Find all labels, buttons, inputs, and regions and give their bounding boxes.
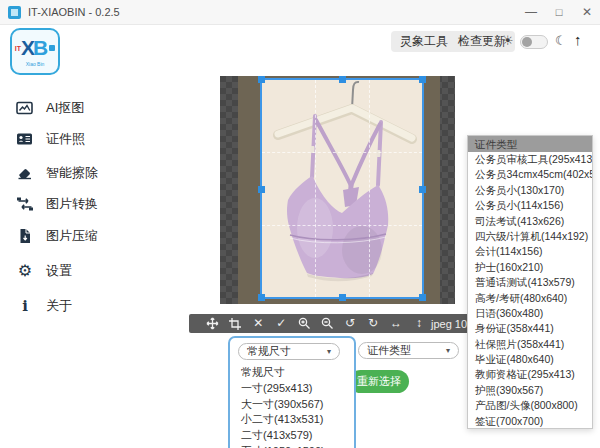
certificate-type-option[interactable]: 护照(390x567) bbox=[468, 383, 592, 398]
certificate-type-option[interactable]: 会计(114x156) bbox=[468, 244, 592, 259]
size-option-list: 常规尺寸一寸(295x413)大一寸(390x567)小二寸(413x531)二… bbox=[234, 365, 350, 448]
sidebar-item-label: 关于 bbox=[46, 297, 72, 315]
certificate-type-option[interactable]: 高考/考研(480x640) bbox=[468, 291, 592, 306]
info-icon: i bbox=[16, 298, 34, 314]
lingxiang-tools-button[interactable]: 灵象工具 bbox=[391, 31, 457, 52]
sidebar-item-id-photo[interactable]: 证件照 bbox=[16, 127, 146, 151]
certificate-type-panel: 证件类型 公务员审核工具(295x413)公务员34cmx45cm(402x53… bbox=[467, 135, 593, 429]
handle-right-mid[interactable] bbox=[419, 186, 426, 193]
close-button[interactable]: ✕ bbox=[578, 3, 596, 21]
sidebar-item-label: 智能擦除 bbox=[46, 164, 98, 182]
sidebar-item-smart-erase[interactable]: 智能擦除 bbox=[16, 161, 146, 185]
app-logo: IT X B Xiao Bin bbox=[10, 28, 60, 75]
toggle-knob[interactable] bbox=[522, 37, 532, 47]
certificate-type-option[interactable]: 产品图/头像(800x800) bbox=[468, 398, 592, 413]
certificate-type-option[interactable]: 护士(160x210) bbox=[468, 260, 592, 275]
certificate-type-header: 证件类型 bbox=[468, 136, 592, 152]
reselect-button[interactable]: 重新选择 bbox=[349, 370, 409, 393]
logo-square bbox=[49, 45, 55, 51]
handle-top-right[interactable] bbox=[419, 76, 426, 83]
minimize-button[interactable]: — bbox=[522, 3, 540, 21]
handle-top-left[interactable] bbox=[258, 76, 265, 83]
flip-vertical-icon[interactable]: ↕ bbox=[407, 314, 430, 333]
size-dropdown[interactable]: 常规尺寸 ▾ bbox=[238, 343, 340, 360]
theme-toggle[interactable] bbox=[520, 35, 548, 49]
id-card-icon bbox=[16, 131, 34, 147]
sidebar-item-label: AI抠图 bbox=[46, 99, 84, 117]
logo-b-text: B bbox=[33, 36, 48, 60]
sidebar-item-label: 设置 bbox=[46, 262, 72, 280]
crop-selection[interactable] bbox=[260, 78, 424, 299]
sidebar-item-settings[interactable]: ⚙ 设置 bbox=[16, 259, 146, 283]
handle-top-mid[interactable] bbox=[339, 76, 346, 83]
type-dropdown-value: 证件类型 bbox=[367, 343, 411, 358]
size-option[interactable]: 小二寸(413x531) bbox=[234, 412, 350, 428]
sidebar-item-about[interactable]: i 关于 bbox=[16, 294, 146, 318]
type-dropdown[interactable]: 证件类型 ▾ bbox=[358, 342, 459, 359]
certificate-type-option[interactable]: 司法考试(413x626) bbox=[468, 214, 592, 229]
compress-file-icon bbox=[16, 228, 34, 244]
certificate-type-list: 公务员审核工具(295x413)公务员34cmx45cm(402x531)公务员… bbox=[468, 152, 592, 429]
size-option[interactable]: 常规尺寸 bbox=[234, 365, 350, 381]
handle-bottom-right[interactable] bbox=[419, 294, 426, 301]
scroll-top-button[interactable]: ↑ bbox=[574, 31, 582, 48]
certificate-type-option[interactable]: 身份证(358x441) bbox=[468, 321, 592, 336]
format-quality-label[interactable]: jpeg 10 bbox=[430, 318, 467, 330]
move-icon[interactable] bbox=[201, 317, 224, 330]
size-select-panel: 常规尺寸 ▾ 常规尺寸一寸(295x413)大一寸(390x567)小二寸(41… bbox=[228, 336, 356, 448]
certificate-type-option[interactable]: 公务员34cmx45cm(402x531) bbox=[468, 167, 592, 182]
grid-line-horizontal bbox=[262, 152, 422, 153]
grid-line-vertical bbox=[369, 80, 370, 297]
size-option[interactable]: 二寸(413x579) bbox=[234, 428, 350, 444]
rotate-ccw-icon[interactable]: ↺ bbox=[339, 314, 362, 333]
logo-subtext: Xiao Bin bbox=[26, 61, 45, 67]
grid-line-vertical bbox=[315, 80, 316, 297]
certificate-type-option[interactable]: 签证(700x700) bbox=[468, 414, 592, 429]
size-option[interactable]: 一寸(295x413) bbox=[234, 381, 350, 397]
gear-icon: ⚙ bbox=[16, 263, 34, 279]
sidebar-item-label: 证件照 bbox=[46, 130, 85, 148]
crop-icon[interactable] bbox=[224, 318, 247, 330]
certificate-type-option[interactable]: 公务员小(114x156) bbox=[468, 198, 592, 213]
maximize-button[interactable]: □ bbox=[550, 3, 568, 21]
window-title: IT-XIAOBIN - 0.2.5 bbox=[28, 6, 120, 18]
sidebar-item-image-compress[interactable]: 图片压缩 bbox=[16, 224, 146, 248]
logo-x-text: X bbox=[21, 36, 33, 60]
certificate-type-option[interactable]: 毕业证(480x640) bbox=[468, 352, 592, 367]
app-icon bbox=[8, 6, 21, 19]
grid-line-horizontal bbox=[262, 225, 422, 226]
image-cutout-icon bbox=[16, 100, 34, 116]
certificate-type-option[interactable]: 日语(360x480) bbox=[468, 306, 592, 321]
confirm-icon[interactable]: ✓ bbox=[270, 314, 293, 333]
eraser-icon bbox=[16, 165, 34, 181]
sun-icon: ☀ bbox=[502, 33, 514, 48]
cancel-icon[interactable]: ✕ bbox=[247, 314, 270, 333]
title-bar: IT-XIAOBIN - 0.2.5 — □ ✕ bbox=[0, 0, 600, 25]
size-option[interactable]: 大一寸(390x567) bbox=[234, 397, 350, 413]
size-dropdown-value: 常规尺寸 bbox=[247, 344, 291, 359]
zoom-in-icon[interactable] bbox=[293, 317, 316, 330]
chevron-down-icon: ▾ bbox=[446, 346, 450, 355]
chevron-down-icon: ▾ bbox=[327, 347, 331, 356]
app-window: IT-XIAOBIN - 0.2.5 — □ ✕ IT X B Xiao Bin… bbox=[0, 0, 600, 448]
certificate-type-option[interactable]: 普通话测试(413x579) bbox=[468, 275, 592, 290]
sidebar-item-ai-cutout[interactable]: AI抠图 bbox=[16, 96, 146, 120]
sidebar-item-label: 图片转换 bbox=[46, 195, 98, 213]
certificate-type-option[interactable]: 四六级/计算机(144x192) bbox=[468, 229, 592, 244]
flip-horizontal-icon[interactable]: ↔ bbox=[385, 314, 408, 333]
certificate-type-option[interactable]: 公务员小(130x170) bbox=[468, 183, 592, 198]
zoom-out-icon[interactable] bbox=[316, 317, 339, 330]
crop-toolbar: ✕ ✓ ↺ ↻ ↔ ↕ jpeg 10 bbox=[189, 314, 479, 333]
sidebar-item-image-convert[interactable]: 图片转换 bbox=[16, 192, 146, 216]
moon-icon: ☾ bbox=[555, 33, 567, 48]
handle-left-mid[interactable] bbox=[258, 186, 265, 193]
certificate-type-option[interactable]: 教师资格证(295x413) bbox=[468, 367, 592, 382]
certificate-type-option[interactable]: 公务员审核工具(295x413) bbox=[468, 152, 592, 167]
handle-bottom-mid[interactable] bbox=[339, 294, 346, 301]
sidebar-item-label: 图片压缩 bbox=[46, 227, 98, 245]
certificate-type-option[interactable]: 社保照片(358x441) bbox=[468, 337, 592, 352]
rotate-cw-icon[interactable]: ↻ bbox=[362, 314, 385, 333]
handle-bottom-left[interactable] bbox=[258, 294, 265, 301]
size-option[interactable]: 五寸(1050x1500) bbox=[234, 444, 350, 448]
convert-arrows-icon bbox=[16, 196, 34, 212]
